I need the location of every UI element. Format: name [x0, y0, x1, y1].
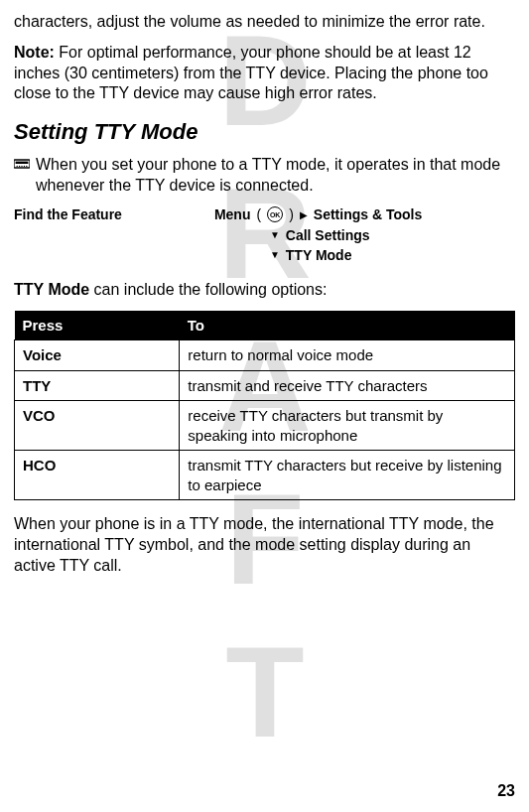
path-row-3: ▼ TTY Mode	[214, 246, 515, 264]
arrow-down-icon: ▼	[270, 248, 280, 261]
ok-icon: OK	[267, 206, 283, 222]
table-row: TTY transmit and receive TTY characters	[15, 370, 515, 401]
col-to: To	[180, 311, 515, 340]
paren-open: (	[256, 205, 261, 223]
note-label: Note:	[14, 44, 55, 61]
feature-path: Menu (OK) ▶ Settings & Tools ▼ Call Sett…	[214, 205, 515, 266]
page-number: 23	[497, 781, 515, 802]
find-feature-label: Find the Feature	[14, 205, 204, 266]
cell-to: receive TTY characters but transmit by s…	[180, 401, 515, 451]
note-paragraph: Note: For optimal performance, your phon…	[14, 43, 515, 104]
cell-press: TTY	[15, 370, 180, 401]
menu-label: Menu	[214, 205, 251, 223]
page-content: characters, adjust the volume as needed …	[14, 12, 515, 577]
table-row: VCO receive TTY characters but transmit …	[15, 401, 515, 451]
table-row: HCO transmit TTY characters but receive …	[15, 451, 515, 500]
svg-point-4	[21, 166, 22, 167]
cell-press: VCO	[15, 401, 180, 451]
cell-press: Voice	[15, 340, 180, 371]
path-call-settings: Call Settings	[286, 226, 370, 244]
svg-point-2	[17, 166, 18, 167]
path-tty-mode: TTY Mode	[286, 246, 352, 264]
path-settings-tools: Settings & Tools	[314, 205, 422, 223]
path-row-2: ▼ Call Settings	[214, 226, 515, 244]
tty-options-table: Press To Voice return to normal voice mo…	[14, 311, 515, 501]
intro-fragment: characters, adjust the volume as needed …	[14, 12, 515, 33]
svg-rect-1	[16, 161, 29, 163]
closing-paragraph: When your phone is in a TTY mode, the in…	[14, 514, 515, 576]
tty-icon	[14, 158, 30, 170]
svg-point-6	[26, 166, 27, 167]
svg-point-3	[19, 166, 20, 167]
paren-close: )	[289, 205, 294, 223]
path-row-1: Menu (OK) ▶ Settings & Tools	[214, 205, 515, 223]
arrow-down-icon: ▼	[270, 228, 280, 241]
table-row: Voice return to normal voice mode	[15, 340, 515, 371]
arrow-right-icon: ▶	[300, 208, 308, 221]
col-press: Press	[15, 311, 180, 340]
cell-to: transmit and receive TTY characters	[180, 370, 515, 401]
svg-point-5	[24, 166, 25, 167]
tty-intro-row: When you set your phone to a TTY mode, i…	[14, 155, 515, 197]
options-intro-bold: TTY Mode	[14, 281, 89, 298]
note-text: For optimal performance, your phone shou…	[14, 44, 488, 102]
cell-to: transmit TTY characters but receive by l…	[180, 451, 515, 500]
section-heading: Setting TTY Mode	[14, 118, 515, 147]
cell-to: return to normal voice mode	[180, 340, 515, 371]
tty-intro-text: When you set your phone to a TTY mode, i…	[36, 155, 515, 197]
options-intro-rest: can include the following options:	[89, 281, 327, 298]
options-intro: TTY Mode can include the following optio…	[14, 280, 515, 301]
cell-press: HCO	[15, 451, 180, 500]
find-feature-block: Find the Feature Menu (OK) ▶ Settings & …	[14, 205, 515, 266]
